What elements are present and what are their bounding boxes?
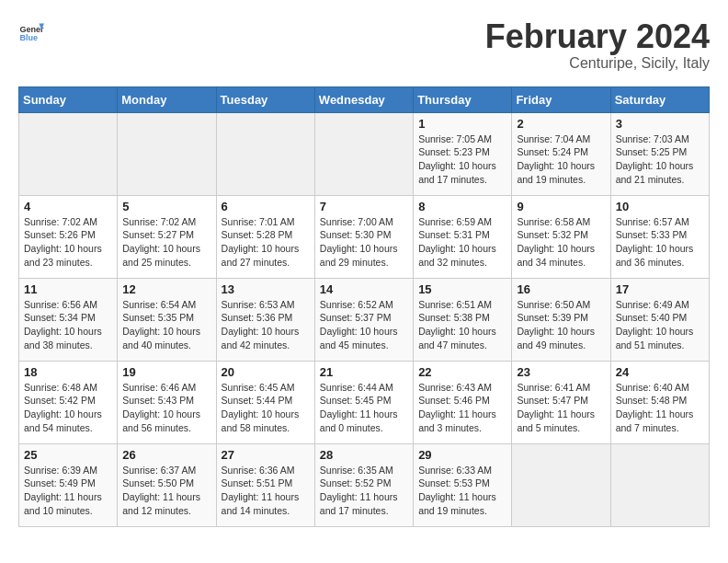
day-number: 25 [24,448,112,462]
calendar-cell: 4Sunrise: 7:02 AMSunset: 5:26 PMDaylight… [19,195,118,278]
day-info: Sunrise: 6:41 AMSunset: 5:47 PMDaylight:… [517,381,605,435]
day-info: Sunrise: 6:56 AMSunset: 5:34 PMDaylight:… [24,298,112,352]
day-info: Sunrise: 6:33 AMSunset: 5:53 PMDaylight:… [418,464,506,518]
calendar-cell: 29Sunrise: 6:33 AMSunset: 5:53 PMDayligh… [414,443,512,526]
day-of-week-header: Monday [118,86,216,112]
calendar-cell: 9Sunrise: 6:58 AMSunset: 5:32 PMDaylight… [512,195,610,278]
title-block: February 2024 Centuripe, Sicily, Italy [485,18,710,72]
day-number: 26 [122,448,210,462]
calendar-table: SundayMondayTuesdayWednesdayThursdayFrid… [18,86,710,527]
day-number: 6 [222,200,310,213]
day-number: 13 [222,282,310,296]
calendar-cell [314,112,413,195]
day-number: 12 [122,282,210,296]
day-info: Sunrise: 6:58 AMSunset: 5:32 PMDaylight:… [517,215,605,270]
day-number: 1 [418,117,506,131]
calendar-cell: 14Sunrise: 6:52 AMSunset: 5:37 PMDayligh… [314,278,413,361]
day-number: 28 [320,448,408,462]
calendar-cell: 2Sunrise: 7:04 AMSunset: 5:24 PMDaylight… [512,112,610,195]
day-info: Sunrise: 6:39 AMSunset: 5:49 PMDaylight:… [24,464,112,518]
day-number: 16 [517,282,605,296]
day-of-week-header: Friday [512,86,610,112]
calendar-cell: 5Sunrise: 7:02 AMSunset: 5:27 PMDaylight… [118,195,216,278]
calendar-week-row: 4Sunrise: 7:02 AMSunset: 5:26 PMDaylight… [19,195,710,278]
day-info: Sunrise: 6:53 AMSunset: 5:36 PMDaylight:… [222,298,310,352]
day-of-week-header: Thursday [414,86,512,112]
day-info: Sunrise: 7:02 AMSunset: 5:26 PMDaylight:… [24,215,112,270]
main-title: February 2024 [485,18,710,55]
day-info: Sunrise: 6:43 AMSunset: 5:46 PMDaylight:… [418,381,506,435]
day-info: Sunrise: 6:48 AMSunset: 5:42 PMDaylight:… [24,381,112,435]
day-info: Sunrise: 6:46 AMSunset: 5:43 PMDaylight:… [122,381,210,435]
calendar-cell [610,443,709,526]
day-info: Sunrise: 7:03 AMSunset: 5:25 PMDaylight:… [616,132,704,187]
calendar-cell [19,112,118,195]
calendar-week-row: 11Sunrise: 6:56 AMSunset: 5:34 PMDayligh… [19,278,710,361]
days-header-row: SundayMondayTuesdayWednesdayThursdayFrid… [19,86,710,112]
day-of-week-header: Saturday [610,86,709,112]
day-info: Sunrise: 6:45 AMSunset: 5:44 PMDaylight:… [222,381,310,435]
day-number: 14 [320,282,408,296]
calendar-cell: 23Sunrise: 6:41 AMSunset: 5:47 PMDayligh… [512,361,610,443]
calendar-cell: 21Sunrise: 6:44 AMSunset: 5:45 PMDayligh… [314,361,413,443]
calendar-week-row: 1Sunrise: 7:05 AMSunset: 5:23 PMDaylight… [19,112,710,195]
day-info: Sunrise: 6:54 AMSunset: 5:35 PMDaylight:… [122,298,210,352]
calendar-cell: 25Sunrise: 6:39 AMSunset: 5:49 PMDayligh… [19,443,118,526]
day-info: Sunrise: 6:36 AMSunset: 5:51 PMDaylight:… [222,464,310,518]
calendar-cell: 8Sunrise: 6:59 AMSunset: 5:31 PMDaylight… [414,195,512,278]
calendar-cell [118,112,216,195]
calendar-cell: 22Sunrise: 6:43 AMSunset: 5:46 PMDayligh… [414,361,512,443]
day-number: 21 [320,365,408,379]
day-info: Sunrise: 6:52 AMSunset: 5:37 PMDaylight:… [320,298,408,352]
calendar-cell: 6Sunrise: 7:01 AMSunset: 5:28 PMDaylight… [216,195,314,278]
day-number: 19 [122,365,210,379]
day-number: 27 [222,448,310,462]
day-number: 24 [616,365,704,379]
day-number: 15 [418,282,506,296]
calendar-cell: 20Sunrise: 6:45 AMSunset: 5:44 PMDayligh… [216,361,314,443]
day-of-week-header: Wednesday [314,86,413,112]
day-info: Sunrise: 6:44 AMSunset: 5:45 PMDaylight:… [320,381,408,435]
day-number: 2 [517,117,605,131]
calendar-cell: 12Sunrise: 6:54 AMSunset: 5:35 PMDayligh… [118,278,216,361]
calendar-cell: 28Sunrise: 6:35 AMSunset: 5:52 PMDayligh… [314,443,413,526]
calendar-cell: 18Sunrise: 6:48 AMSunset: 5:42 PMDayligh… [19,361,118,443]
calendar-cell: 11Sunrise: 6:56 AMSunset: 5:34 PMDayligh… [19,278,118,361]
day-number: 18 [24,365,112,379]
day-number: 3 [616,117,704,131]
subtitle: Centuripe, Sicily, Italy [485,55,710,72]
day-info: Sunrise: 6:49 AMSunset: 5:40 PMDaylight:… [616,298,704,352]
calendar-cell: 16Sunrise: 6:50 AMSunset: 5:39 PMDayligh… [512,278,610,361]
page-header: General Blue February 2024 Centuripe, Si… [18,18,710,72]
day-number: 4 [24,200,112,213]
day-info: Sunrise: 7:01 AMSunset: 5:28 PMDaylight:… [222,215,310,270]
day-number: 29 [418,448,506,462]
svg-text:Blue: Blue [19,33,38,42]
day-number: 5 [122,200,210,213]
day-info: Sunrise: 7:05 AMSunset: 5:23 PMDaylight:… [418,132,506,187]
calendar-cell [216,112,314,195]
day-number: 23 [517,365,605,379]
day-number: 8 [418,200,506,213]
day-number: 10 [616,200,704,213]
day-number: 17 [616,282,704,296]
day-info: Sunrise: 6:57 AMSunset: 5:33 PMDaylight:… [616,215,704,270]
calendar-week-row: 25Sunrise: 6:39 AMSunset: 5:49 PMDayligh… [19,443,710,526]
calendar-cell: 15Sunrise: 6:51 AMSunset: 5:38 PMDayligh… [414,278,512,361]
day-info: Sunrise: 6:50 AMSunset: 5:39 PMDaylight:… [517,298,605,352]
day-info: Sunrise: 7:04 AMSunset: 5:24 PMDaylight:… [517,132,605,187]
day-number: 7 [320,200,408,213]
day-info: Sunrise: 6:59 AMSunset: 5:31 PMDaylight:… [418,215,506,270]
day-info: Sunrise: 6:40 AMSunset: 5:48 PMDaylight:… [616,381,704,435]
calendar-cell: 13Sunrise: 6:53 AMSunset: 5:36 PMDayligh… [216,278,314,361]
day-info: Sunrise: 6:37 AMSunset: 5:50 PMDaylight:… [122,464,210,518]
calendar-cell: 27Sunrise: 6:36 AMSunset: 5:51 PMDayligh… [216,443,314,526]
calendar-cell: 1Sunrise: 7:05 AMSunset: 5:23 PMDaylight… [414,112,512,195]
day-number: 11 [24,282,112,296]
day-info: Sunrise: 7:02 AMSunset: 5:27 PMDaylight:… [122,215,210,270]
calendar-cell: 17Sunrise: 6:49 AMSunset: 5:40 PMDayligh… [610,278,709,361]
calendar-cell: 3Sunrise: 7:03 AMSunset: 5:25 PMDaylight… [610,112,709,195]
day-of-week-header: Tuesday [216,86,314,112]
calendar-week-row: 18Sunrise: 6:48 AMSunset: 5:42 PMDayligh… [19,361,710,443]
day-number: 9 [517,200,605,213]
